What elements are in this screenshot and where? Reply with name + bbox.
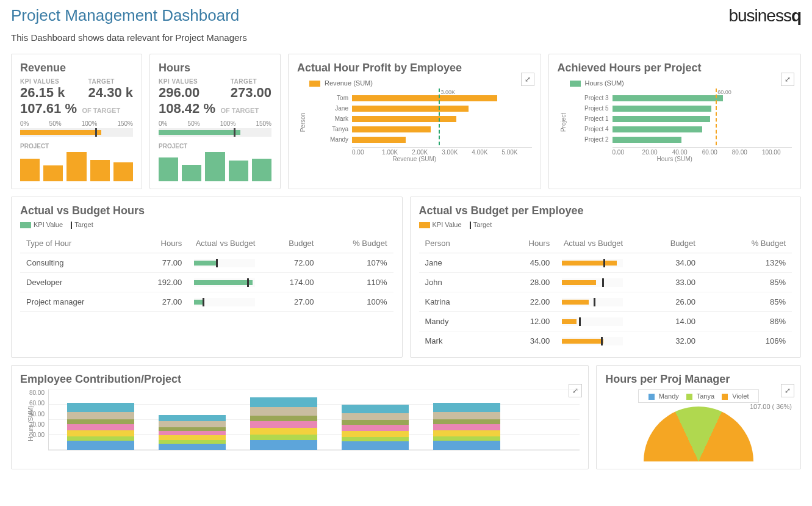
bar-row: Tom [322, 93, 526, 103]
bullet-target-mark [234, 128, 235, 137]
chart-legend: Hours (SUM) [570, 79, 792, 87]
bar-row: Project 3 [582, 93, 786, 103]
table-row: Mandy12.0014.0086% [419, 312, 792, 331]
bar-row: Tanya [322, 124, 526, 134]
bullet-ticks: 0%50%100%150% [20, 120, 133, 127]
target-label: TARGET [88, 78, 133, 85]
avb-emp-table: PersonHoursActual vs BudgetBudget% Budge… [419, 234, 792, 350]
target-label: TARGET [231, 78, 271, 85]
x-axis-label: Hours (SUM) [558, 156, 792, 162]
pie-graphic [644, 407, 753, 461]
stack-column [342, 405, 409, 450]
x-axis: 0.001.00K2.00K3.00K4.00K5.00K [352, 147, 532, 156]
kpi-hours-percent: 108.42 % [159, 101, 215, 117]
stacked-plot [48, 389, 580, 450]
actual-vs-budget-employee-card: Actual vs Budget per Employee KPI Value … [410, 197, 802, 358]
bar-row: Mandy [322, 134, 526, 145]
chart-title: Employee Contribution/Project [20, 373, 580, 386]
table-legend: KPI Value Target [20, 221, 393, 229]
table-row: Developer192.00174.00110% [20, 273, 393, 292]
stacked-bar-chart: Hours (SUM) 0.0020.0040.0060.0080.00 [20, 389, 580, 450]
kpi-label: KPI VALUES [20, 78, 65, 85]
kpi-hours-target: 273.00 [231, 85, 271, 101]
actual-vs-budget-hours-card: Actual vs Budget Hours KPI Value Target … [11, 197, 403, 358]
legend-target-mark [71, 222, 72, 229]
legend-target-mark [470, 222, 471, 229]
page-subtitle: This Dashboard shows data relevant for P… [11, 32, 247, 43]
table-row: Katrina22.0026.0085% [419, 292, 792, 312]
hours-bullet-chart [159, 128, 271, 137]
stack-column [67, 403, 134, 450]
x-axis-label: Revenue (SUM) [297, 156, 532, 162]
bullet-fill [159, 130, 240, 135]
chart-title: Hours per Proj Manager [605, 373, 792, 386]
bullet-fill [20, 130, 101, 135]
x-axis: 0.0020.0040.0060.0080.00100.00 [613, 147, 792, 156]
bullet-ticks: 0%50%100%150% [159, 120, 271, 127]
bar-row: Jane [322, 103, 526, 114]
table-row: Consulting77.0072.00107% [20, 253, 393, 273]
sparkline-label: PROJECT [159, 143, 271, 150]
kpi-hours-card: Hours KPI VALUES 296.00 TARGET 273.00 10… [149, 54, 281, 189]
kpi-revenue-title: Revenue [20, 62, 133, 74]
legend-swatch [419, 222, 430, 228]
achieved-hours-card: Achieved Hours per Project ⤢ Hours (SUM)… [548, 54, 802, 189]
bar-row: Mark [322, 114, 526, 124]
kpi-hours-title: Hours [159, 62, 271, 74]
legend-swatch [309, 81, 320, 87]
table-row: John28.0033.0085% [419, 273, 792, 292]
kpi-revenue-target: 24.30 k [88, 85, 133, 101]
expand-icon[interactable]: ⤢ [781, 384, 794, 397]
revenue-bullet-chart [20, 128, 133, 137]
legend-swatch [570, 81, 581, 87]
expand-icon[interactable]: ⤢ [521, 73, 534, 86]
table-legend: KPI Value Target [419, 221, 792, 229]
table-title: Actual vs Budget Hours [20, 204, 393, 217]
page-title: Project Management Dashboard [11, 6, 247, 25]
y-axis: 0.0020.0040.0060.0080.00 [20, 389, 45, 438]
contribution-card: Employee Contribution/Project ⤢ Hours (S… [11, 365, 589, 469]
logo: businessq [728, 6, 801, 26]
table-row: Jane45.0034.00132% [419, 253, 792, 273]
pie-legend: Mandy Tanya Violet [638, 389, 760, 403]
chart-title: Achieved Hours per Project [558, 62, 792, 74]
bar-row: Project 4 [582, 124, 786, 134]
table-title: Actual vs Budget per Employee [419, 204, 792, 217]
kpi-revenue-card: Revenue KPI VALUES 26.15 k TARGET 24.30 … [11, 54, 142, 189]
chart-legend: Revenue (SUM) [309, 79, 532, 87]
pie-slice-label: 107.00 ( 36%) [750, 403, 792, 410]
profit-by-employee-card: Actual Hour Profit by Employee ⤢ Revenue… [288, 54, 541, 189]
of-target-label: OF TARGET [82, 107, 120, 114]
bar-row: Project 5 [582, 103, 786, 114]
table-row: Project manager27.0027.00100% [20, 292, 393, 312]
y-axis-label: Person [300, 112, 306, 132]
pie-chart: Mandy Tanya Violet 107.00 ( 36%) [605, 389, 792, 461]
stack-column [159, 415, 226, 450]
of-target-label: OF TARGET [220, 107, 259, 114]
legend-swatch [20, 222, 31, 228]
bar-row: Project 1 [582, 114, 786, 124]
revenue-sparkline [20, 152, 133, 181]
kpi-revenue-value: 26.15 k [20, 85, 65, 101]
bar-row: Project 2 [582, 134, 786, 145]
kpi-revenue-percent: 107.61 % [20, 101, 77, 117]
chart-title: Actual Hour Profit by Employee [297, 62, 532, 74]
table-row: Mark34.0032.00106% [419, 331, 792, 350]
profit-barchart: Person TomJaneMarkTanyaMandy3.00K [297, 90, 532, 147]
sparkline-label: PROJECT [20, 143, 133, 150]
hours-sparkline [159, 152, 271, 181]
avb-hours-table: Type of HourHoursActual vs BudgetBudget%… [20, 234, 393, 312]
kpi-label: KPI VALUES [159, 78, 199, 85]
y-axis-label: Project [560, 113, 567, 132]
achieved-barchart: Project Project 3Project 5Project 1Proje… [558, 90, 792, 147]
stack-column [250, 397, 317, 450]
bullet-target-mark [95, 128, 97, 137]
expand-icon[interactable]: ⤢ [781, 73, 794, 86]
stack-column [433, 403, 500, 450]
hours-per-manager-card: Hours per Proj Manager ⤢ Mandy Tanya Vio… [596, 365, 801, 469]
kpi-hours-value: 296.00 [159, 85, 199, 101]
